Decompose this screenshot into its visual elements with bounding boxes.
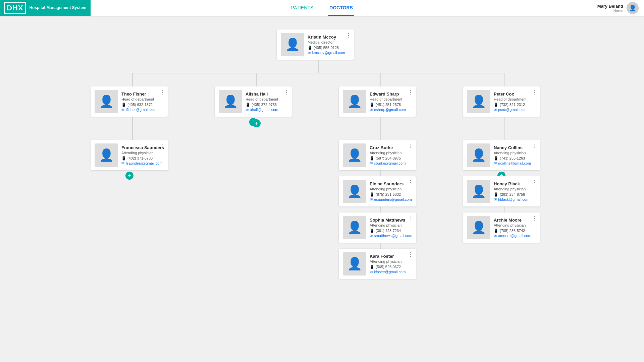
- logo: DHX Hospital Management System: [0, 0, 91, 16]
- doctor-name: Kara Foster: [370, 254, 412, 259]
- email-icon: ✉: [370, 161, 373, 166]
- card-menu-button[interactable]: ⋮: [532, 143, 537, 149]
- doctor-email[interactable]: ✉ cburke@gmail.com: [370, 161, 412, 166]
- card-menu-button[interactable]: ⋮: [408, 179, 413, 185]
- doctor-card-l3-2: 👤Cruz BurkeAttending physician📱 (587) 23…: [339, 140, 416, 170]
- tab-patients[interactable]: PATIENTS: [290, 0, 315, 16]
- email-icon: ✉: [121, 161, 124, 166]
- node-wrap: 👤Cruz BurkeAttending physician📱 (587) 23…: [339, 140, 416, 170]
- logo-abbr: DHX: [4, 2, 26, 14]
- doctor-photo: 👤: [343, 180, 366, 203]
- doctor-name: Francesca Saunders: [121, 145, 164, 150]
- doctor-email[interactable]: ✉ ncollins@gmail.com: [494, 161, 536, 166]
- node-wrap: 👤Kara FosterAttending physician📱 (565) 5…: [339, 249, 416, 279]
- card-menu-button[interactable]: ⋮: [408, 215, 414, 222]
- doctor-email[interactable]: ✉ esharp@gmail.com: [370, 108, 412, 112]
- doctor-role: Medical director: [308, 40, 350, 44]
- phone-icon: 📱: [121, 103, 126, 107]
- doctor-photo: 👤: [343, 90, 366, 113]
- phone-icon: 📱: [370, 265, 374, 269]
- doctor-photo: 👤: [467, 180, 490, 203]
- email-icon: ✉: [246, 108, 249, 112]
- phone-icon: 📱: [370, 156, 374, 161]
- doctor-card-l3-5: 👤Kara FosterAttending physician📱 (565) 5…: [339, 249, 416, 279]
- email-icon: ✉: [494, 234, 497, 238]
- doctor-phone: 📱 (743) 235-1263: [494, 156, 536, 161]
- phone-icon: 📱: [308, 46, 312, 50]
- doctor-card-l2-2: 👤Alisha HallHead of department📱 (405) 37…: [215, 86, 292, 117]
- doctor-email[interactable]: ✉ hblack@gmail.com: [494, 197, 536, 202]
- node-wrap: 👤Theo FisherHead of department📱 (405) 63…: [91, 86, 168, 117]
- card-menu-button[interactable]: ⋮: [532, 179, 537, 185]
- doctor-card-root: 👤Kristin MccoyMedical director📱 (405) 55…: [277, 29, 354, 60]
- doctor-role: Attending physician: [494, 187, 536, 191]
- doctor-name: Cruz Burke: [370, 145, 412, 150]
- doctor-phone: 📱 (875) 231-5332: [370, 192, 412, 197]
- doctor-email[interactable]: ✉ esaunders@gmail.com: [370, 197, 412, 202]
- doctor-email[interactable]: ✉ fsaunders@gmail.com: [121, 161, 164, 166]
- doctor-card-l2-3: 👤Edward SharpHead of department📱 (451) 2…: [339, 86, 416, 117]
- doctor-phone: 📱 (405) 372-9756: [246, 103, 288, 107]
- add-child-button[interactable]: +: [125, 172, 133, 180]
- doctor-phone: 📱 (732) 321-2312: [494, 103, 536, 107]
- doctor-email[interactable]: ✉ kfoster@gmail.com: [370, 270, 412, 274]
- tab-doctors[interactable]: DOCTORS: [328, 0, 354, 16]
- doctor-name: Honey Black: [494, 181, 536, 186]
- add-child-button[interactable]: +: [253, 119, 261, 127]
- doctor-card-l3-7: 👤Honey BlackAttending physician📱 (263) 2…: [463, 176, 540, 206]
- node-wrap: 👤Francesca SaundersAttending physician📱 …: [91, 140, 168, 180]
- nav-tabs: PATIENTS DOCTORS: [290, 0, 354, 16]
- email-icon: ✉: [494, 108, 497, 112]
- card-menu-button[interactable]: ⋮: [532, 89, 537, 96]
- doctor-card-l3-8: 👤Archie MooreAttending physician📱 (705) …: [463, 213, 540, 243]
- doctor-email[interactable]: ✉ ahall@gmail.com: [246, 108, 288, 112]
- node-wrap: 👤Kristin MccoyMedical director📱 (405) 55…: [277, 29, 354, 60]
- doctor-email[interactable]: ✉ pcox@gmail.com: [494, 108, 536, 112]
- doctor-role: Head of department: [246, 97, 288, 101]
- user-role: Nurse: [597, 9, 623, 13]
- doctor-name: Nancy Collins: [494, 145, 536, 150]
- node-wrap: 👤Nancy CollinsAttending physician📱 (743)…: [463, 140, 540, 180]
- doctor-email[interactable]: ✉ tfisher@gmail.com: [121, 108, 164, 112]
- card-menu-button[interactable]: ⋮: [346, 32, 351, 39]
- phone-icon: 📱: [494, 156, 498, 161]
- card-menu-button[interactable]: ⋮: [532, 215, 537, 222]
- doctor-photo: 👤: [343, 216, 366, 239]
- doctor-phone: 📱 (405) 555-0128: [308, 46, 350, 50]
- user-name: Mary Beland: [597, 4, 623, 9]
- doctor-role: Attending physician: [370, 187, 412, 191]
- doctor-email[interactable]: ✉ smatthews@gmail.com: [370, 234, 412, 238]
- doctor-email[interactable]: ✉ amoore@gmail.com: [494, 234, 536, 238]
- doctor-photo: 👤: [95, 90, 118, 113]
- node-wrap: 👤Eloise SaundersAttending physician📱 (87…: [339, 176, 416, 206]
- doctor-card-l2-4: 👤Peter CoxHead of department📱 (732) 321-…: [463, 86, 540, 117]
- doctor-name: Alisha Hall: [246, 92, 288, 97]
- doctor-phone: 📱 (587) 234-8975: [370, 156, 412, 161]
- doctor-email[interactable]: ✉ kmccoy@gmail.com: [308, 51, 350, 55]
- card-menu-button[interactable]: ⋮: [408, 251, 413, 258]
- doctor-phone: 📱 (263) 234-8756: [494, 192, 536, 197]
- doctor-card-l3-4: 👤Sophia MatthewsAttending physician📱 (36…: [339, 213, 416, 243]
- doctor-phone: 📱 (402) 371-6736: [121, 156, 164, 161]
- doctor-photo: 👤: [343, 143, 366, 167]
- phone-icon: 📱: [370, 229, 374, 233]
- doctor-photo: 👤: [467, 216, 490, 239]
- phone-icon: 📱: [494, 192, 498, 197]
- email-icon: ✉: [494, 161, 497, 166]
- phone-icon: 📱: [370, 192, 374, 197]
- card-menu-button[interactable]: ⋮: [160, 89, 165, 96]
- doctor-role: Attending physician: [370, 259, 412, 263]
- card-menu-button[interactable]: ⋮: [160, 143, 165, 149]
- avatar: 👤: [627, 2, 639, 14]
- card-menu-button[interactable]: ⋮: [284, 89, 289, 96]
- email-icon: ✉: [370, 197, 373, 202]
- doctor-name: Archie Moore: [494, 218, 536, 223]
- doctor-role: Head of department: [494, 97, 536, 101]
- doctor-name: Edward Sharp: [370, 92, 412, 97]
- doctor-phone: 📱 (405) 632-1372: [121, 103, 164, 107]
- card-menu-button[interactable]: ⋮: [408, 89, 413, 96]
- doctor-photo: 👤: [95, 143, 118, 167]
- doctor-role: Head of department: [370, 97, 412, 101]
- card-menu-button[interactable]: ⋮: [408, 143, 413, 149]
- user-info: Mary Beland Nurse 👤: [597, 2, 644, 14]
